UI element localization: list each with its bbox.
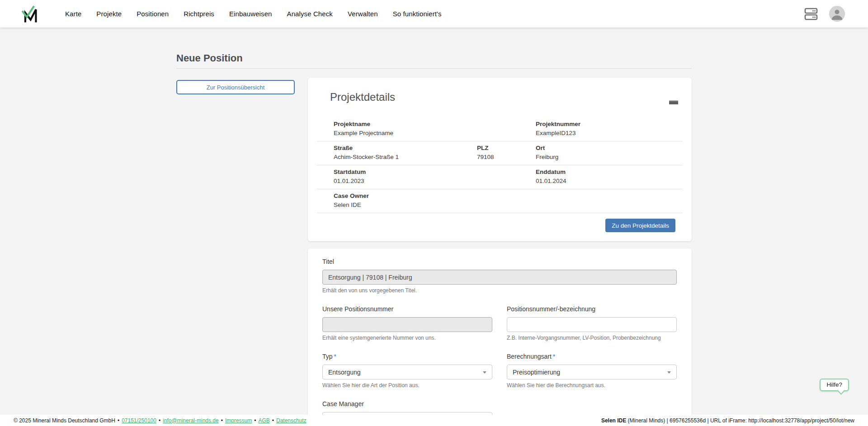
footer-link-impressum[interactable]: Impressum — [225, 417, 252, 424]
plz-value: 79108 — [477, 153, 536, 161]
user-avatar-icon[interactable] — [829, 6, 845, 22]
typ-select-value: Entsorgung — [328, 369, 361, 376]
position-form-card: Titel Erhält den von uns vorgegebenen Ti… — [308, 248, 692, 426]
startdatum-value: 01.01.2023 — [334, 177, 536, 185]
case-manager-label: Case Manager — [322, 400, 492, 408]
nav-item-karte[interactable]: Karte — [65, 10, 81, 18]
main-menu: Karte Projekte Positionen Richtpreis Ein… — [65, 10, 442, 18]
footer-link-agb[interactable]: AGB — [258, 417, 269, 424]
unsere-positionsnummer-helper: Erhält eine systemgenerierte Nummer von … — [322, 335, 492, 342]
copyright-text: © 2025 Mineral Minds Deutschland GmbH — [14, 417, 115, 424]
titel-input — [322, 270, 677, 285]
plz-label: PLZ — [477, 144, 536, 152]
berechnungsart-select[interactable]: Preisoptimierung — [507, 365, 677, 379]
footer-link-datenschutz[interactable]: Datenschutz — [276, 417, 307, 424]
titel-label: Titel — [322, 257, 677, 266]
project-details-card: Projektdetails Projektname Example Proje… — [308, 78, 692, 241]
table-row: Straße Achim-Stocker-Straße 1 PLZ 79108 … — [317, 141, 683, 165]
case-owner-label: Case Owner — [334, 192, 536, 200]
projektname-value: Example Projectname — [334, 129, 536, 137]
projektname-label: Projektname — [334, 120, 536, 128]
top-navigation-bar: Karte Projekte Positionen Richtpreis Ein… — [0, 0, 868, 28]
projektnummer-label: Projektnummer — [536, 120, 683, 128]
nav-item-einbauweisen[interactable]: Einbauweisen — [229, 10, 272, 18]
strasse-label: Straße — [334, 144, 477, 152]
nav-item-analyse-check[interactable]: Analyse Check — [287, 10, 333, 18]
project-card-title: Projektdetails — [330, 90, 670, 104]
back-to-positions-button[interactable]: Zur Positionsübersicht — [176, 80, 295, 94]
unsere-positionsnummer-input — [322, 317, 492, 332]
ort-label: Ort — [536, 144, 683, 152]
server-icon[interactable] — [804, 7, 818, 21]
nav-item-richtpreis[interactable]: Richtpreis — [184, 10, 214, 18]
berechnungsart-label: Berechnungsart* — [507, 352, 677, 360]
nav-item-verwalten[interactable]: Verwalten — [348, 10, 378, 18]
session-user: Selen IDE — [601, 417, 626, 424]
session-info: Selen IDE (Mineral Minds) | 69576255536d… — [601, 417, 854, 424]
case-owner-value: Selen IDE — [334, 201, 536, 209]
enddatum-value: 01.01.2024 — [536, 177, 683, 185]
footer: © 2025 Mineral Minds Deutschland GmbH • … — [0, 415, 868, 426]
title-divider — [176, 68, 692, 69]
mineral-minds-logo[interactable] — [20, 5, 39, 23]
main-content: Neue Position Zur Positionsübersicht Pro… — [0, 28, 868, 426]
table-row: Case Owner Selen IDE — [317, 189, 683, 213]
required-asterisk: * — [334, 353, 336, 360]
ort-value: Freiburg — [536, 153, 683, 161]
unsere-positionsnummer-label: Unsere Positionsnummer — [322, 305, 492, 313]
nav-item-so-funktionierts[interactable]: So funktioniert's — [393, 10, 442, 18]
typ-select[interactable]: Entsorgung — [322, 365, 492, 379]
footer-link-email[interactable]: info@mineral-minds.de — [163, 417, 219, 424]
nav-item-positionen[interactable]: Positionen — [137, 10, 169, 18]
projektnummer-value: ExampleID123 — [536, 129, 683, 137]
enddatum-label: Enddatum — [536, 168, 683, 176]
minus-collapse-icon[interactable] — [669, 100, 678, 104]
typ-helper: Wählen Sie hier die Art der Position aus… — [322, 382, 492, 389]
chevron-down-icon — [667, 371, 671, 374]
footer-link-phone[interactable]: 07151/250100 — [122, 417, 156, 424]
berechnungsart-select-value: Preisoptimierung — [513, 369, 560, 376]
page-title: Neue Position — [176, 52, 692, 64]
nav-item-projekte[interactable]: Projekte — [96, 10, 122, 18]
positionsnummer-helper: Z.B. Interne-Vorgangsnummer, LV-Position… — [507, 335, 677, 342]
typ-label: Typ* — [322, 352, 492, 360]
strasse-value: Achim-Stocker-Straße 1 — [334, 153, 477, 161]
go-to-project-details-button[interactable]: Zu den Projektdetails — [605, 219, 675, 232]
table-row: Startdatum 01.01.2023 Enddatum 01.01.202… — [317, 165, 683, 189]
required-asterisk: * — [553, 353, 555, 360]
help-button[interactable]: Hilfe? — [820, 379, 849, 391]
project-details-table: Projektname Example Projectname Projektn… — [317, 117, 683, 213]
positionsnummer-input[interactable] — [507, 317, 677, 332]
berechnungsart-helper: Wählen Sie hier die Berechnungsart aus. — [507, 382, 677, 389]
titel-helper: Erhält den von uns vorgegebenen Titel. — [322, 287, 677, 294]
chevron-down-icon — [483, 371, 486, 374]
table-row: Projektname Example Projectname Projektn… — [317, 117, 683, 141]
session-details: (Mineral Minds) | 69576255536d | URL of … — [626, 417, 854, 424]
positionsnummer-label: Positionsnummer/-bezeichnung — [507, 305, 677, 313]
startdatum-label: Startdatum — [334, 168, 536, 176]
